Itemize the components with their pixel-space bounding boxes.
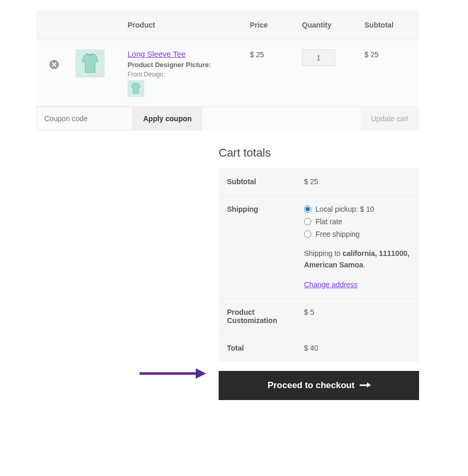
quantity-input[interactable]: [302, 49, 335, 66]
front-design-label: Front Design:: [128, 71, 250, 78]
coupon-code-input[interactable]: [36, 107, 133, 131]
shipping-option-free-shipping[interactable]: Free shipping: [304, 230, 419, 238]
remove-item-button[interactable]: [49, 60, 59, 69]
cart-totals-section: Cart totals Subtotal $ 25 Shipping Local…: [219, 146, 419, 400]
shipping-options: Local pickup: $ 10 Flat rate Free shippi…: [304, 205, 419, 238]
change-address-link[interactable]: Change address: [304, 280, 358, 289]
shipping-label: Shipping: [219, 196, 302, 298]
total-value: $ 40: [302, 335, 419, 362]
product-thumbnail[interactable]: [75, 49, 105, 78]
subtotal-value: $ 25: [302, 168, 419, 195]
shipping-option-flat-rate[interactable]: Flat rate: [304, 217, 419, 226]
header-subtotal: Subtotal: [364, 21, 416, 29]
shipping-radio-local-pickup[interactable]: [304, 205, 311, 213]
apply-coupon-button[interactable]: Apply coupon: [133, 107, 202, 131]
cart-totals-title: Cart totals: [219, 146, 419, 160]
proceed-to-checkout-button[interactable]: Proceed to checkout: [219, 371, 419, 400]
product-name-link[interactable]: Long Sleeve Tee: [128, 49, 185, 58]
shipping-radio-free-shipping[interactable]: [304, 230, 311, 238]
shipping-destination: Shipping to california, 1111000, America…: [304, 248, 419, 271]
shipping-radio-flat-rate[interactable]: [304, 218, 311, 225]
cart-actions-row: Apply coupon Update cart: [36, 106, 419, 131]
shipping-option-label: Free shipping: [315, 230, 360, 238]
header-price: Price: [250, 21, 302, 29]
product-customization-value: $ 5: [302, 299, 419, 334]
shipping-option-label: Flat rate: [315, 217, 342, 226]
shipping-option-local-pickup[interactable]: Local pickup: $ 10: [304, 205, 419, 213]
front-design-thumbnail: [128, 80, 144, 97]
shirt-icon: [130, 82, 142, 95]
arrow-right-icon: [360, 384, 370, 386]
product-customization-label: Product Customization: [219, 299, 302, 334]
cart-table: Product Price Quantity Subtotal Long Sle…: [36, 10, 419, 106]
header-quantity: Quantity: [302, 21, 364, 29]
item-subtotal: $ 25: [364, 49, 416, 59]
annotation-arrow-icon: [140, 367, 207, 380]
cart-header-row: Product Price Quantity Subtotal: [36, 10, 419, 40]
checkout-button-label: Proceed to checkout: [268, 380, 355, 391]
cart-item-row: Long Sleeve Tee Product Designer Picture…: [36, 40, 419, 106]
total-label: Total: [219, 335, 302, 362]
item-price: $ 25: [250, 49, 302, 59]
close-icon: [52, 62, 57, 67]
update-cart-button[interactable]: Update cart: [361, 107, 419, 131]
product-designer-label: Product Designer Picture:: [128, 61, 250, 69]
header-product: Product: [125, 21, 250, 29]
cart-totals-table: Subtotal $ 25 Shipping Local pickup: $ 1…: [219, 168, 419, 362]
shirt-icon: [80, 53, 100, 74]
svg-marker-1: [196, 368, 206, 379]
subtotal-label: Subtotal: [219, 168, 302, 195]
shipping-option-label: Local pickup: $ 10: [315, 205, 374, 213]
